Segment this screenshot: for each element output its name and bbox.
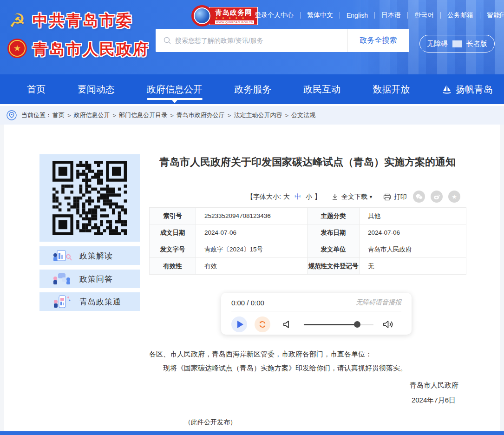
- nav-item-news[interactable]: 要闻动态: [78, 74, 115, 104]
- download-label: 全文下载: [341, 193, 367, 201]
- font-size-small-button[interactable]: 小: [303, 193, 314, 201]
- policy-interpretation-illustration-icon: [52, 249, 72, 263]
- elder-version-button[interactable]: 长者版: [462, 40, 492, 48]
- accessibility-pill: 无障碍 长者版: [419, 35, 495, 53]
- nav-item-interaction[interactable]: 政民互动: [303, 74, 340, 104]
- breadcrumb-separator: >: [168, 112, 176, 119]
- sidebar-item-policy-interpretation[interactable]: 政策解读: [39, 246, 140, 265]
- font-size-medium-button[interactable]: 中: [292, 193, 303, 201]
- policy-qa-illustration-icon: [52, 272, 72, 286]
- slider-fill: [304, 324, 357, 325]
- government-name: 青岛市人民政府: [33, 39, 150, 60]
- party-logo-row[interactable]: ☭ 中共青岛市委: [7, 8, 150, 33]
- search-input[interactable]: [175, 37, 347, 44]
- replay-button[interactable]: [255, 316, 270, 332]
- crumb-gov-info[interactable]: 政府信息公开: [73, 111, 111, 119]
- meta-label: 发文字号: [150, 241, 196, 258]
- crumb-gov-office[interactable]: 青岛市政府办公厅: [176, 111, 226, 119]
- star-icon: ★: [452, 194, 457, 200]
- nav-item-home[interactable]: 首页: [27, 74, 46, 104]
- breadcrumb: 当前位置： 首页 > 政府信息公开 > 部门信息公开目录 > 青岛市政府办公厅 …: [0, 106, 504, 125]
- meta-value: 其他: [360, 208, 466, 224]
- weibo-share-button[interactable]: [431, 191, 443, 203]
- content-card: 政策解读 政策问答 青岛政策通 青岛市人民政府关于印发国家碳达峰试点（青岛）实施…: [4, 125, 500, 431]
- search-input-area: [156, 29, 347, 52]
- link-traditional-chinese[interactable]: 繁体中文: [301, 11, 340, 20]
- breadcrumb-separator: >: [283, 112, 290, 119]
- meta-label: 发布日期: [308, 224, 360, 241]
- search-button[interactable]: 政务全搜索: [347, 29, 409, 52]
- sidebar-item-policy-qa[interactable]: 政策问答: [39, 270, 140, 288]
- nav-item-open-data[interactable]: 数据开放: [373, 74, 410, 104]
- nav-item-gov-services[interactable]: 政务服务: [234, 74, 271, 104]
- meta-value: 无: [360, 258, 466, 275]
- top-links: 登录个人中心 繁体中文 English 日本语 한국어 公务邮箱 智能问答: [248, 11, 504, 20]
- player-time: 0:00 / 0:00: [231, 299, 264, 307]
- play-icon: [237, 321, 243, 328]
- article-controls: 【字体大小: 大 中 小 】 全文下载 ▼: [149, 191, 466, 204]
- link-english[interactable]: English: [340, 12, 374, 19]
- audio-player: 0:00 / 0:00 无障碍语音播报: [221, 293, 412, 335]
- nav-item-label: 扬帆青岛: [456, 83, 493, 96]
- nav-item-gov-info-disclosure[interactable]: 政府信息公开: [147, 74, 203, 104]
- qr-code: [52, 161, 127, 235]
- sidebar-item-label: 青岛政策通: [79, 297, 121, 307]
- meta-label: 发文单位: [308, 241, 360, 258]
- link-korean[interactable]: 한국어: [408, 11, 440, 20]
- link-login-center[interactable]: 登录个人中心: [248, 11, 300, 20]
- wechat-icon: [416, 194, 423, 200]
- font-size-prefix: 【字体大小:: [247, 193, 281, 201]
- volume-slider[interactable]: [304, 321, 373, 328]
- nav-item-sailing-qingdao[interactable]: 扬帆青岛: [442, 74, 493, 104]
- breadcrumb-prefix: 当前位置：: [21, 111, 52, 119]
- wechat-share-button[interactable]: [413, 191, 425, 203]
- meta-value: 青政字〔2024〕15号: [196, 241, 308, 258]
- signature-org: 青岛市人民政府: [410, 381, 458, 390]
- mute-icon[interactable]: [282, 320, 293, 329]
- main-nav: 首页 要闻动态 政府信息公开 政务服务 政民互动 数据开放 扬帆青岛: [0, 74, 504, 104]
- divider: [452, 40, 462, 47]
- site-header: ☭ 中共青岛市委 ★ 青岛市人民政府 青岛政务网 ★ ★ ★ ★ ★ WWW.Q…: [0, 0, 504, 74]
- download-button[interactable]: 全文下载 ▼: [331, 193, 373, 201]
- table-row: 索引号 2523352094708123436 主题分类 其他: [150, 208, 466, 224]
- crumb-home[interactable]: 首页: [52, 111, 65, 119]
- meta-value: 有效: [196, 258, 308, 275]
- signature-date: 2024年7月6日: [412, 396, 456, 405]
- search-icon: [163, 36, 171, 45]
- article: 青岛市人民政府关于印发国家碳达峰试点（青岛）实施方案的通知 【字体大小: 大 中…: [149, 125, 466, 431]
- meta-value: 青岛市人民政府: [360, 241, 466, 258]
- download-icon: [331, 193, 339, 201]
- portal-url: WWW.QINGDAO.GOV.CN: [215, 20, 254, 24]
- favorite-button[interactable]: ★: [448, 191, 460, 203]
- meta-value: 2523352094708123436: [196, 208, 308, 224]
- chevron-down-icon: ▼: [369, 195, 373, 199]
- link-smart-qa[interactable]: 智能问答: [480, 11, 504, 20]
- play-button[interactable]: [231, 316, 247, 332]
- print-button[interactable]: 打印: [383, 193, 407, 201]
- crumb-dept-catalog[interactable]: 部门信息公开目录: [118, 111, 168, 119]
- font-size-large-button[interactable]: 大: [281, 193, 292, 201]
- player-label: 无障碍语音播报: [356, 298, 401, 307]
- font-size-suffix: 】: [314, 193, 321, 201]
- divider: [231, 311, 401, 311]
- government-logo-row[interactable]: ★ 青岛市人民政府: [7, 37, 150, 61]
- crumb-statutory-disclosure[interactable]: 法定主动公开内容: [233, 111, 283, 119]
- qr-panel: [39, 154, 140, 242]
- table-row: 有效性 有效 规范性文件登记号 无: [150, 258, 466, 275]
- print-icon: [383, 193, 391, 201]
- print-label: 打印: [394, 193, 407, 201]
- meta-label: 成文日期: [150, 224, 196, 241]
- volume-icon[interactable]: [383, 320, 395, 329]
- document-title: 青岛市人民政府关于印发国家碳达峰试点（青岛）实施方案的通知: [149, 154, 466, 170]
- link-japanese[interactable]: 日本语: [375, 11, 407, 20]
- body-paragraph: 现将《国家碳达峰试点（青岛）实施方案》印发给你们，请认真抓好贯彻落实。: [149, 362, 466, 374]
- table-row: 成文日期 2024-07-06 发布日期 2024-07-06: [150, 224, 466, 241]
- crumb-official-documents[interactable]: 公文法规: [290, 111, 316, 119]
- meta-value: 2024-07-06: [196, 224, 308, 241]
- sidebar-item-qingdao-policy-app[interactable]: 青岛政策通: [39, 292, 140, 311]
- slider-knob[interactable]: [354, 321, 360, 328]
- location-pin-icon: [7, 110, 17, 120]
- link-official-mail[interactable]: 公务邮箱: [441, 11, 480, 20]
- barrier-free-button[interactable]: 无障碍: [422, 40, 452, 48]
- sail-icon: [442, 84, 452, 94]
